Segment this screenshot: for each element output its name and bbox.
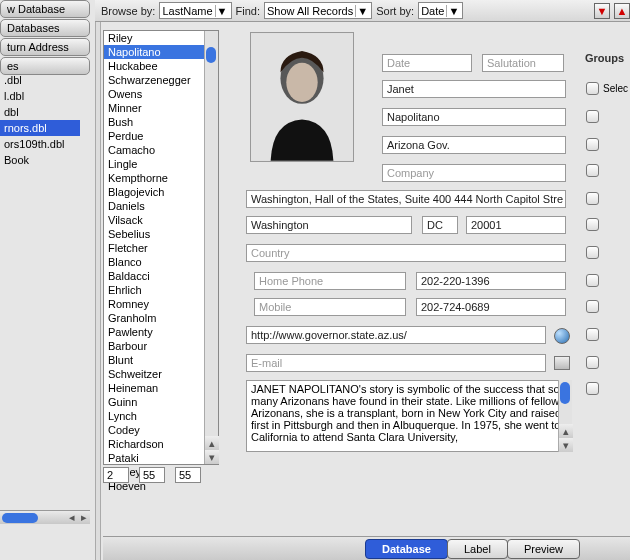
organization-field[interactable]: Arizona Gov. [382,136,566,154]
home-phone-field[interactable]: Home Phone [254,272,406,290]
mail-icon[interactable] [554,356,570,370]
salutation-field[interactable]: Salutation [482,54,564,72]
record-list-item[interactable]: Lingle [104,157,218,171]
notes-textarea[interactable]: JANET NAPOLITANO's story is symbolic of … [246,380,572,452]
mobile-field[interactable]: Mobile [254,298,406,316]
record-list-item[interactable]: Schweitzer [104,367,218,381]
scroll-right-icon[interactable]: ▸ [78,511,90,524]
record-list-item[interactable]: Vilsack [104,213,218,227]
record-list-item[interactable]: Perdue [104,129,218,143]
record-list-item[interactable]: Kempthorne [104,171,218,185]
record-list-item[interactable]: Huckabee [104,59,218,73]
record-name-list: RileyNapolitanoHuckabeeSchwarzeneggerOwe… [103,30,219,465]
record-list-item[interactable]: Barbour [104,339,218,353]
record-list-item[interactable]: Heineman [104,381,218,395]
record-list-item[interactable]: Sebelius [104,227,218,241]
database-file-item[interactable]: ors109th.dbl [0,136,80,152]
group-checkbox-5[interactable] [586,218,599,231]
database-file-item[interactable]: dbl [0,104,80,120]
record-list-item[interactable]: Pataki [104,451,218,465]
record-list-item[interactable]: Daniels [104,199,218,213]
scroll-down-icon[interactable]: ▾ [205,450,219,464]
scrollbar-thumb[interactable] [2,513,38,523]
fax-field[interactable]: 202-220-1396 [416,272,566,290]
record-list-item[interactable]: Minner [104,101,218,115]
group-checkbox-1[interactable] [586,110,599,123]
database-file-item[interactable]: rnors.dbl [0,120,80,136]
record-list-item[interactable]: Blunt [104,353,218,367]
group-checkbox-select[interactable] [586,82,599,95]
record-list-item[interactable]: Richardson [104,437,218,451]
record-list-item[interactable]: Baldacci [104,269,218,283]
street-field[interactable]: Washington, Hall of the States, Suite 40… [246,190,566,208]
database-file-item[interactable]: .dbl [0,72,80,88]
globe-icon[interactable] [554,328,570,344]
group-checkbox-9[interactable] [586,328,599,341]
record-list-item[interactable]: Owens [104,87,218,101]
notes-scrollbar[interactable]: ▴ ▾ [558,380,572,452]
group-checkbox-8[interactable] [586,300,599,313]
scroll-up-icon[interactable]: ▴ [205,436,219,450]
record-list-item[interactable]: Pawlenty [104,325,218,339]
group-checkbox-3[interactable] [586,164,599,177]
record-list-item[interactable]: Schwarzenegger [104,73,218,87]
record-list-item[interactable]: Blagojevich [104,185,218,199]
sidebar-horizontal-scrollbar[interactable]: ◂ ▸ [0,510,90,524]
record-list-item[interactable]: Ehrlich [104,283,218,297]
contact-photo[interactable] [250,32,354,162]
zip-field[interactable]: 20001 [466,216,566,234]
email-field[interactable]: E-mail [246,354,546,372]
svg-point-2 [286,63,317,102]
group-checkbox-11[interactable] [586,382,599,395]
counter-current[interactable]: 2 [103,467,129,483]
record-list-item[interactable]: Blanco [104,255,218,269]
view-tab-label[interactable]: Label [447,539,508,559]
counter-total: 55 [175,467,201,483]
find-select[interactable]: Show All Records▼ [264,2,372,19]
group-checkbox-7[interactable] [586,274,599,287]
last-name-field[interactable]: Napolitano [382,108,566,126]
name-list-scrollbar[interactable]: ▴ ▾ [204,31,218,464]
left-sidebar: w Database Databases turn Address es [0,0,90,76]
panel-databases[interactable]: Databases [0,19,90,37]
record-list-item[interactable]: Guinn [104,395,218,409]
database-file-item[interactable]: Book [0,152,80,168]
database-file-item[interactable]: l.dbl [0,88,80,104]
state-field[interactable]: DC [422,216,458,234]
sort-by-select[interactable]: Date▼ [418,2,463,19]
country-field[interactable]: Country [246,244,566,262]
sort-asc-button[interactable]: ▲ [614,3,630,19]
record-list-item[interactable]: Bush [104,115,218,129]
scroll-left-icon[interactable]: ◂ [66,511,78,524]
first-name-field[interactable]: Janet [382,80,566,98]
scroll-down-icon[interactable]: ▾ [559,438,573,452]
record-list-item[interactable]: Codey [104,423,218,437]
record-list-item[interactable]: Lynch [104,409,218,423]
counter-found: 55 [139,467,165,483]
panel-return-address[interactable]: turn Address [0,38,90,56]
record-list-item[interactable]: Granholm [104,311,218,325]
record-list-item[interactable]: Romney [104,297,218,311]
view-tab-database[interactable]: Database [365,539,448,559]
record-list-item[interactable]: Napolitano [104,45,218,59]
sort-label: Sort by: [376,5,414,17]
url-field[interactable]: http://www.governor.state.az.us/ [246,326,546,344]
group-checkbox-6[interactable] [586,246,599,259]
group-checkbox-4[interactable] [586,192,599,205]
city-field[interactable]: Washington [246,216,412,234]
panel-new-database[interactable]: w Database [0,0,90,18]
group-checkbox-10[interactable] [586,356,599,369]
group-checkbox-2[interactable] [586,138,599,151]
scrollbar-thumb[interactable] [560,382,570,404]
company-field[interactable]: Company [382,164,566,182]
record-list-item[interactable]: Riley [104,31,218,45]
view-tab-preview[interactable]: Preview [507,539,580,559]
sort-desc-button[interactable]: ▼ [594,3,610,19]
date-field[interactable]: Date [382,54,472,72]
record-list-item[interactable]: Camacho [104,143,218,157]
phone2-field[interactable]: 202-724-0689 [416,298,566,316]
scroll-up-icon[interactable]: ▴ [559,424,573,438]
browse-by-select[interactable]: LastName▼ [159,2,231,19]
record-list-item[interactable]: Fletcher [104,241,218,255]
scrollbar-thumb[interactable] [206,47,216,63]
